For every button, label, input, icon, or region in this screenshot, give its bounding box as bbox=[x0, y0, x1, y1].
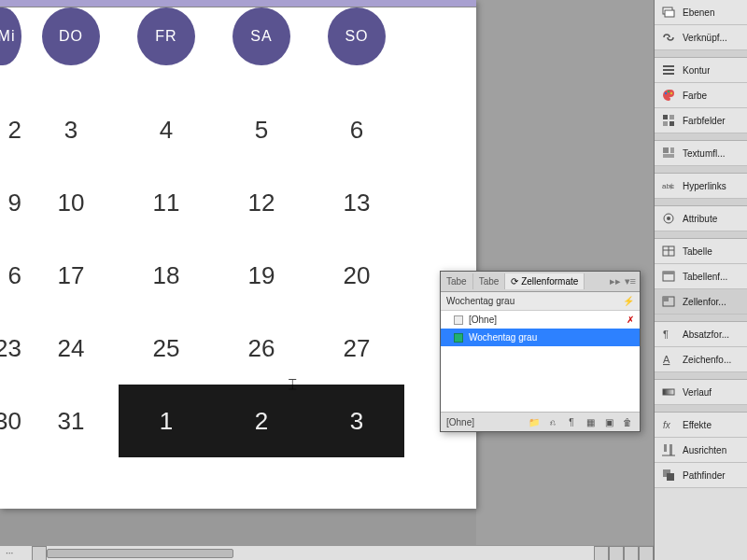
dock-label: Zeichenfo... bbox=[683, 355, 731, 365]
scroll-thumb[interactable] bbox=[47, 549, 233, 558]
dock-verlauf[interactable]: Verlauf bbox=[655, 380, 747, 405]
scroll-left-icon[interactable] bbox=[32, 546, 47, 561]
weekday-cell[interactable]: Mi bbox=[0, 7, 23, 65]
svg-rect-32 bbox=[664, 444, 667, 452]
cell-formats-panel[interactable]: Tabe Tabe ⟳ Zellenformate ▸▸ ▾≡ Wochenta… bbox=[440, 271, 641, 432]
dock-effekte[interactable]: fxEffekte bbox=[655, 413, 747, 438]
scroll-right-icon[interactable] bbox=[609, 546, 624, 561]
dock-farbfelder[interactable]: Farbfelder bbox=[655, 108, 747, 133]
dock-hyperlinks[interactable]: abcHyperlinks bbox=[655, 174, 747, 199]
collapse-icon[interactable]: ▸▸ bbox=[610, 275, 621, 287]
calendar-row: 23 24 25 26 27 bbox=[0, 312, 476, 385]
date-cell[interactable]: 10 bbox=[23, 166, 119, 239]
menu-icon[interactable]: ▾≡ bbox=[625, 275, 636, 287]
date-cell[interactable]: 2 bbox=[214, 385, 309, 457]
svg-text:A: A bbox=[663, 354, 670, 365]
date-cell[interactable]: 20 bbox=[309, 239, 404, 312]
tab-tabelle[interactable]: Tabe bbox=[441, 273, 473, 289]
trash-icon[interactable]: 🗑 bbox=[621, 415, 634, 428]
weekday-circle: SA bbox=[233, 7, 290, 65]
dock-zellenformate[interactable]: Zellenfor... bbox=[655, 289, 747, 315]
page-header-strip bbox=[0, 0, 476, 7]
date-cell[interactable]: 19 bbox=[214, 239, 309, 312]
dock-label: Absatzfor... bbox=[683, 329, 729, 340]
dock-label: Verlauf bbox=[683, 387, 712, 398]
date-cell[interactable]: 6 bbox=[309, 93, 404, 166]
dock-tabellenformate[interactable]: Tabellenf... bbox=[655, 264, 747, 289]
dock-label: Tabellenf... bbox=[683, 272, 727, 282]
scroll-right-icon[interactable] bbox=[639, 546, 654, 561]
weekday-cell[interactable]: DO bbox=[23, 7, 119, 65]
tab-zellenformate[interactable]: ⟳ Zellenformate bbox=[505, 273, 585, 289]
calendar-row: 6 17 18 19 20 bbox=[0, 239, 476, 312]
svg-rect-12 bbox=[663, 147, 669, 153]
style-label: Wochentag grau bbox=[469, 332, 537, 343]
svg-point-20 bbox=[667, 217, 670, 220]
weekday-cell[interactable]: SO bbox=[309, 7, 404, 65]
date-cell[interactable]: 9 bbox=[0, 166, 23, 239]
date-cell[interactable]: 3 bbox=[23, 93, 119, 166]
date-cell[interactable]: 18 bbox=[119, 239, 214, 312]
redefine-icon[interactable]: ⎌ bbox=[546, 415, 559, 428]
horizontal-scrollbar[interactable]: ··· bbox=[0, 545, 654, 560]
style-item-wochentag-grau[interactable]: Wochentag grau bbox=[441, 329, 640, 346]
calendar-row: 2 3 4 5 6 bbox=[0, 93, 476, 166]
date-cell[interactable]: 24 bbox=[23, 312, 119, 385]
style-item-none[interactable]: [Ohne] ✗ bbox=[441, 311, 640, 329]
dock-absatzformate[interactable]: ¶Absatzfor... bbox=[655, 322, 747, 347]
svg-rect-30 bbox=[663, 389, 674, 395]
date-cell[interactable]: 11 bbox=[119, 166, 214, 239]
date-cell[interactable]: 1 bbox=[119, 385, 214, 457]
svg-text:¶: ¶ bbox=[663, 329, 669, 340]
date-cell[interactable]: 23 bbox=[0, 312, 23, 385]
pathfinder-icon bbox=[660, 468, 677, 483]
dock-attribute[interactable]: Attribute bbox=[655, 206, 747, 231]
date-cell[interactable]: 12 bbox=[214, 166, 309, 239]
tab-tabellenformate[interactable]: Tabe bbox=[473, 273, 506, 289]
apply-icon[interactable]: ▦ bbox=[584, 415, 597, 428]
dock-verknuepfungen[interactable]: Verknüpf... bbox=[655, 25, 747, 50]
dock-textumfluss[interactable]: Textumfl... bbox=[655, 141, 747, 166]
date-cell[interactable]: 2 bbox=[0, 93, 23, 166]
lightning-icon[interactable]: ⚡ bbox=[623, 296, 634, 306]
weekday-cell[interactable]: FR bbox=[119, 7, 214, 65]
clear-overrides-icon[interactable]: ¶ bbox=[565, 415, 578, 428]
dock-pathfinder[interactable]: Pathfinder bbox=[655, 463, 747, 488]
date-cell[interactable]: 17 bbox=[23, 239, 119, 312]
dock-ausrichten[interactable]: Ausrichten bbox=[655, 438, 747, 463]
svg-rect-11 bbox=[669, 121, 674, 126]
dock-farbe[interactable]: Farbe bbox=[655, 83, 747, 108]
dock-zeichenformate[interactable]: AZeichenfo... bbox=[655, 347, 747, 372]
new-style-icon[interactable]: ▣ bbox=[602, 415, 615, 428]
text-cursor-icon: ⌶ bbox=[289, 376, 296, 391]
dock-label: Pathfinder bbox=[683, 470, 726, 481]
layers-icon bbox=[660, 5, 677, 20]
date-cell[interactable]: 31 bbox=[23, 385, 119, 457]
tab-label: Zellenformate bbox=[521, 276, 578, 287]
date-cell[interactable]: 13 bbox=[309, 166, 404, 239]
clear-icon[interactable]: ✗ bbox=[627, 315, 634, 325]
dock-tabelle[interactable]: Tabelle bbox=[655, 239, 747, 264]
date-cell[interactable]: 27 bbox=[309, 312, 404, 385]
weekday-cell[interactable]: SA bbox=[214, 7, 309, 65]
date-cell[interactable]: 26 bbox=[214, 312, 309, 385]
scroll-right-icon[interactable] bbox=[624, 546, 639, 561]
date-cell[interactable]: 6 bbox=[0, 239, 23, 312]
folder-icon[interactable]: 📁 bbox=[528, 415, 541, 428]
calendar-row: 30 31 1 2 3 bbox=[0, 385, 476, 457]
dock-separator bbox=[655, 133, 747, 141]
date-cell[interactable]: 25 bbox=[119, 312, 214, 385]
date-cell[interactable]: 4 bbox=[119, 93, 214, 166]
date-cell[interactable]: 5 bbox=[214, 93, 309, 166]
date-cell[interactable]: 3 bbox=[309, 385, 404, 457]
text-wrap-icon bbox=[660, 146, 677, 161]
swatch-icon bbox=[454, 315, 463, 325]
dock-ebenen[interactable]: Ebenen bbox=[655, 0, 747, 25]
stroke-icon bbox=[660, 63, 677, 77]
scroll-right-icon[interactable] bbox=[594, 546, 609, 561]
date-cell[interactable]: 30 bbox=[0, 385, 23, 457]
svg-rect-9 bbox=[669, 115, 674, 119]
dock-kontur[interactable]: Kontur bbox=[655, 58, 747, 83]
footer-style-label[interactable]: [Ohne] bbox=[446, 417, 493, 427]
sync-icon: ⟳ bbox=[511, 276, 518, 287]
